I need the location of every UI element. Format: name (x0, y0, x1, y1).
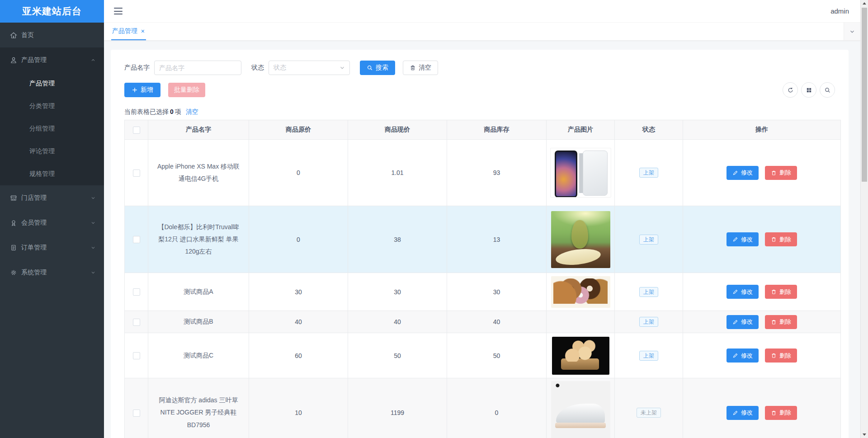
sidebar-item-system[interactable]: 系统管理 (0, 260, 104, 285)
row-checkbox[interactable] (133, 352, 140, 359)
edit-button[interactable]: 修改 (726, 349, 759, 363)
add-button[interactable]: 新增 (124, 83, 160, 97)
sidebar-subitem-spec[interactable]: 规格管理 (0, 163, 104, 185)
header-price-original: 商品原价 (249, 120, 348, 140)
delete-button[interactable]: 删除 (765, 166, 797, 180)
sidebar-subitem-product[interactable]: 产品管理 (0, 72, 104, 95)
chevron-down-icon (339, 65, 345, 71)
product-image (551, 211, 610, 268)
edit-button[interactable]: 修改 (726, 285, 759, 299)
gear-icon (10, 269, 17, 276)
price-original: 60 (249, 333, 348, 378)
product-image (550, 148, 611, 198)
edit-button[interactable]: 修改 (726, 166, 759, 180)
sidebar-item-order[interactable]: 订单管理 (0, 235, 104, 260)
refresh-button[interactable] (783, 82, 798, 98)
tab-list-dropdown-button[interactable] (844, 23, 860, 40)
stock: 30 (447, 273, 547, 311)
header-operations: 操作 (683, 120, 841, 140)
price-current: 1.01 (348, 140, 447, 206)
status-badge: 上架 (639, 351, 658, 361)
table-row: 测试商品C 60 50 50 上架 修改 删除 (125, 333, 841, 378)
status-badge: 上架 (639, 235, 658, 245)
row-checkbox[interactable] (133, 410, 140, 417)
chevron-down-icon (90, 270, 96, 275)
edit-pen-icon (732, 353, 738, 358)
price-current: 50 (348, 333, 447, 378)
order-icon (10, 244, 17, 251)
user-icon (10, 57, 17, 64)
trash-icon (771, 410, 777, 416)
selection-info: 当前表格已选择0项清空 (124, 108, 835, 116)
tab-product-management[interactable]: 产品管理 (111, 23, 146, 40)
vertical-scrollbar[interactable] (860, 0, 868, 438)
edit-pen-icon (732, 289, 738, 295)
status-badge: 上架 (639, 317, 658, 327)
select-all-checkbox[interactable] (133, 127, 140, 134)
header-stock: 商品库存 (447, 120, 547, 140)
delete-button[interactable]: 删除 (765, 315, 797, 329)
price-current: 38 (348, 206, 447, 273)
trash-icon (410, 65, 416, 71)
price-current: 30 (348, 273, 447, 311)
header-price-current: 商品现价 (348, 120, 447, 140)
status-select[interactable]: 状态 (269, 61, 350, 75)
row-checkbox[interactable] (133, 170, 140, 177)
price-original: 0 (249, 140, 348, 206)
product-name: 【Dole都乐】比利时Truval啤梨12只 进口水果新鲜梨 单果120g左右 (148, 206, 249, 273)
sidebar-subitem-category[interactable]: 分类管理 (0, 95, 104, 118)
main-content: 产品名字 状态 状态 搜索 清空 (104, 41, 860, 438)
batch-delete-button[interactable]: 批量删除 (168, 83, 205, 97)
price-original: 30 (249, 273, 348, 311)
chevron-down-icon (90, 195, 96, 201)
status-select-placeholder: 状态 (274, 64, 286, 72)
selected-count: 0 (169, 108, 175, 115)
header-product-name: 产品名字 (148, 120, 249, 140)
sidebar-item-member[interactable]: 会员管理 (0, 210, 104, 235)
row-checkbox[interactable] (133, 319, 140, 326)
product-name: 测试商品B (148, 311, 249, 333)
clear-filter-button[interactable]: 清空 (403, 61, 438, 75)
search-icon (367, 65, 373, 71)
clear-selection-link[interactable]: 清空 (186, 108, 198, 115)
sidebar-item-store[interactable]: 门店管理 (0, 185, 104, 210)
sidebar-item-home[interactable]: 首页 (0, 23, 104, 47)
current-user[interactable]: admin (830, 7, 849, 15)
edit-button[interactable]: 修改 (726, 232, 759, 246)
product-list-card: 产品名字 状态 状态 搜索 清空 (111, 50, 849, 438)
price-current: 1199 (348, 378, 447, 438)
product-image (552, 337, 609, 375)
plus-icon (132, 87, 138, 93)
trash-icon (771, 319, 777, 325)
delete-button[interactable]: 删除 (765, 232, 797, 246)
edit-button[interactable]: 修改 (726, 406, 759, 420)
product-table: 产品名字 商品原价 商品现价 商品库存 产品图片 状态 操作 Apple iPh… (124, 120, 841, 438)
table-row: 【Dole都乐】比利时Truval啤梨12只 进口水果新鲜梨 单果120g左右 … (125, 206, 841, 273)
close-icon[interactable] (141, 29, 145, 33)
sidebar-subitem-comment[interactable]: 评论管理 (0, 140, 104, 163)
table-toolbar (783, 82, 835, 98)
row-checkbox[interactable] (133, 288, 140, 296)
edit-button[interactable]: 修改 (726, 315, 759, 329)
delete-button[interactable]: 删除 (765, 406, 797, 420)
row-checkbox[interactable] (133, 236, 140, 243)
scrollbar-thumb[interactable] (862, 8, 867, 182)
select-all-cell (125, 120, 148, 140)
scrollbar-up-arrow[interactable] (861, 0, 868, 7)
table-row: 阿迪达斯官方 adidas 三叶草 NITE JOGGER 男子经典鞋BD795… (125, 378, 841, 438)
delete-button[interactable]: 删除 (765, 285, 797, 299)
column-settings-button[interactable] (801, 82, 816, 98)
sidebar-item-product-management[interactable]: 产品管理 (0, 47, 104, 72)
sidebar-subitem-group[interactable]: 分组管理 (0, 118, 104, 140)
table-search-button[interactable] (820, 82, 835, 98)
search-button[interactable]: 搜索 (360, 61, 395, 75)
product-name: 阿迪达斯官方 adidas 三叶草 NITE JOGGER 男子经典鞋BD795… (148, 378, 249, 438)
hamburger-menu-icon[interactable] (114, 8, 123, 14)
product-name-input[interactable] (154, 61, 241, 75)
scrollbar-down-arrow[interactable] (861, 431, 868, 438)
delete-button[interactable]: 删除 (765, 349, 797, 363)
trash-icon (771, 236, 777, 242)
tab-bar: 产品管理 (104, 23, 860, 41)
edit-pen-icon (732, 236, 738, 242)
stock: 50 (447, 333, 547, 378)
